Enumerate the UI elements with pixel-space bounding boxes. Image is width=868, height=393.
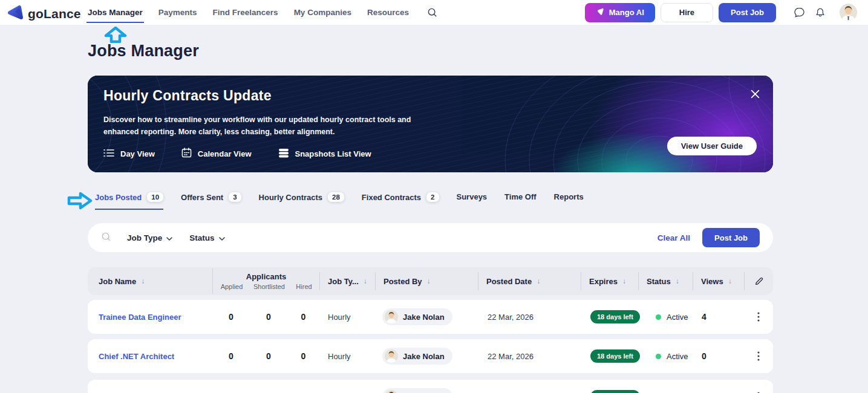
posted-by-avatar [385, 310, 398, 323]
views-count: 4 [693, 312, 744, 322]
posted-by-cell: Jake Nolan [375, 388, 478, 393]
job-name-link[interactable]: Chief .NET Architect [88, 352, 212, 361]
feature-day-view: Day View [103, 148, 155, 160]
status-dot-icon [656, 354, 661, 359]
tab-count-badge: 3 [229, 192, 241, 202]
column-header-job-type[interactable]: Job Ty...↓ [319, 272, 375, 290]
sort-arrow-icon: ↓ [141, 277, 145, 285]
column-header-views[interactable]: Views↓ [693, 272, 744, 290]
nav-item-find-freelancers[interactable]: Find Freelancers [213, 8, 278, 17]
posted-by-pill[interactable]: Jake Nolan [382, 348, 452, 365]
nav-item-jobs-manager[interactable]: Jobs Manager [88, 8, 143, 17]
banner-description: Discover how to streamline your workflow… [103, 114, 440, 138]
table-row: Chief .NET Architect 0 0 0 Hourly Jake N… [88, 339, 773, 373]
feature-calendar-view: Calendar View [181, 148, 252, 160]
nav-item-payments[interactable]: Payments [158, 8, 197, 17]
tab-fixed-contracts[interactable]: Fixed Contracts2 [362, 192, 439, 209]
subcolumn-shortlisted: Shortlisted [250, 283, 288, 290]
tab-time-off[interactable]: Time Off [504, 192, 537, 208]
status-label: Active [667, 313, 688, 322]
status-cell: Active [638, 352, 693, 361]
job-name-link[interactable]: Trainee Data Engineer [88, 313, 212, 322]
posted-by-cell: Jake Nolan [375, 348, 478, 365]
job-type-value: Hourly [319, 352, 375, 361]
hourly-contracts-banner: Hourly Contracts Update Discover how to … [88, 76, 773, 172]
posted-by-avatar [385, 349, 398, 363]
posted-by-pill[interactable]: Jake Nolan [382, 388, 452, 393]
column-header-applicants: Applicants Applied Shortlisted Hired [212, 268, 319, 294]
column-header-posted-by[interactable]: Posted By↓ [375, 272, 478, 290]
expires-badge: 18 days left [590, 310, 640, 323]
banner-close-icon[interactable] [749, 88, 760, 99]
posted-date-value: 22 Mar, 2026 [478, 313, 581, 322]
subcolumn-applied: Applied [213, 283, 250, 290]
expires-cell: 18 days left [581, 390, 638, 393]
views-count: 0 [693, 351, 744, 361]
nav-item-my-companies[interactable]: My Companies [294, 8, 351, 17]
row-menu-kebab-icon[interactable] [744, 351, 773, 361]
column-header-job-name[interactable]: Job Name↓ [88, 272, 212, 290]
status-dot-icon [656, 314, 661, 320]
job-type-value: Hourly [319, 313, 375, 322]
top-navigation-bar: goLance Jobs Manager Payments Find Freel… [0, 0, 868, 25]
table-row: Trainee Data Engineer 0 0 0 Hourly Jake … [88, 300, 773, 334]
hired-count: 0 [287, 312, 319, 322]
applied-count: 0 [212, 351, 250, 361]
mango-ai-button[interactable]: Mango AI [585, 3, 655, 22]
column-header-expires[interactable]: Expires↓ [581, 272, 638, 290]
brand-name: goLance [28, 7, 81, 21]
status-dropdown[interactable]: Status [189, 233, 224, 242]
row-menu-kebab-icon[interactable] [744, 312, 773, 322]
posted-by-cell: Jake Nolan [375, 308, 478, 325]
chevron-down-icon [166, 233, 172, 242]
mango-ai-icon [596, 7, 605, 18]
status-cell: Active [638, 313, 693, 322]
posted-by-avatar [385, 390, 398, 393]
tab-count-badge: 28 [328, 192, 344, 202]
filter-search-icon[interactable] [101, 232, 111, 244]
view-user-guide-button[interactable]: View User Guide [667, 137, 757, 155]
nav-item-resources[interactable]: Resources [367, 8, 409, 17]
post-job-button-top[interactable]: Post Job [719, 3, 776, 22]
search-icon[interactable] [427, 7, 437, 18]
tab-jobs-posted[interactable]: Jobs Posted10 [95, 192, 163, 210]
expires-cell: 18 days left [581, 310, 638, 323]
feature-snapshots-list-view: Snapshots List View [278, 148, 371, 160]
sort-arrow-icon: ↓ [427, 277, 431, 285]
banner-title: Hourly Contracts Update [103, 88, 773, 104]
tab-surveys[interactable]: Surveys [457, 192, 488, 208]
user-avatar[interactable] [840, 4, 857, 21]
annotation-arrow-up-icon [103, 27, 128, 45]
posted-date-value: 22 Mar, 2026 [478, 352, 581, 361]
table-header: Job Name↓ Applicants Applied Shortlisted… [88, 267, 773, 295]
tab-count-badge: 10 [147, 192, 163, 202]
sort-arrow-icon: ↓ [676, 277, 679, 285]
expires-badge: 18 days left [590, 349, 640, 363]
annotation-arrow-right-icon [67, 191, 93, 213]
clear-all-button[interactable]: Clear All [658, 233, 690, 242]
hire-button[interactable]: Hire [661, 3, 713, 22]
shortlisted-count: 0 [250, 312, 287, 322]
chat-icon[interactable] [791, 5, 807, 21]
tab-hourly-contracts[interactable]: Hourly Contracts28 [259, 192, 344, 209]
posted-by-pill[interactable]: Jake Nolan [382, 308, 452, 325]
table-row: Trainee Data Engineer 0 0 0 Hourly Jake … [88, 380, 773, 393]
hired-count: 0 [287, 351, 319, 361]
edit-columns-pencil-icon[interactable] [744, 272, 773, 290]
expires-badge: 18 days left [590, 390, 640, 393]
brand-logo[interactable]: goLance [6, 4, 81, 24]
post-job-button-filter[interactable]: Post Job [702, 228, 760, 247]
snapshots-stack-icon [278, 148, 289, 160]
job-type-dropdown[interactable]: Job Type [127, 233, 172, 242]
notifications-bell-icon[interactable] [812, 5, 828, 21]
subcolumn-hired: Hired [288, 283, 320, 290]
applied-count: 0 [212, 312, 250, 322]
sort-arrow-icon: ↓ [728, 277, 732, 285]
tab-offers-sent[interactable]: Offers Sent3 [181, 192, 241, 209]
list-icon [103, 148, 114, 160]
topbar-actions: Mango AI Hire Post Job [585, 2, 857, 22]
column-header-posted-date[interactable]: Posted Date↓ [478, 272, 581, 290]
sort-arrow-icon: ↓ [537, 277, 540, 285]
tab-reports[interactable]: Reports [554, 192, 584, 208]
column-header-status[interactable]: Status↓ [638, 272, 693, 290]
